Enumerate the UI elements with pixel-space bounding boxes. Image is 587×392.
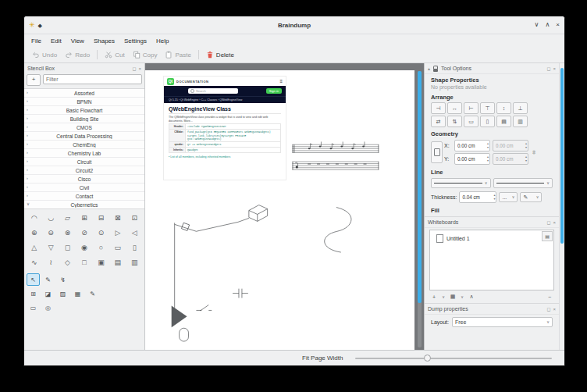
grid-tool[interactable]: ⊞ bbox=[27, 287, 40, 300]
stencil-shape[interactable]: ◇ bbox=[59, 255, 76, 269]
spinner-arrows[interactable]: ▴▾ bbox=[493, 192, 495, 202]
group-button[interactable]: ▭ bbox=[464, 116, 478, 127]
list-view-button[interactable]: ▤ bbox=[542, 231, 553, 241]
stencil-shape[interactable]: ▯ bbox=[126, 241, 143, 255]
panel-vertical-scrollbar[interactable] bbox=[559, 63, 564, 350]
board-icon-button[interactable]: ▦ bbox=[450, 294, 456, 300]
speaker-symbol[interactable] bbox=[172, 305, 187, 327]
zoom-slider-thumb[interactable] bbox=[424, 355, 431, 362]
align-left-button[interactable]: ⊣ bbox=[431, 102, 446, 114]
stencil-shape[interactable]: ∿ bbox=[26, 255, 42, 269]
align-center-h-button[interactable]: ↔ bbox=[447, 102, 462, 114]
stencil-shape[interactable]: ⊘ bbox=[76, 226, 92, 240]
menu-help[interactable]: Help bbox=[152, 37, 173, 45]
zoom-slider[interactable] bbox=[355, 358, 552, 359]
wire-to-box[interactable] bbox=[175, 218, 249, 231]
close-icon[interactable]: × bbox=[553, 220, 556, 225]
undo-button[interactable]: Undo bbox=[29, 49, 60, 60]
stencil-section-chemeng[interactable]: ›ChemEng bbox=[24, 141, 144, 149]
stencil-shape[interactable]: ⊞ bbox=[76, 211, 92, 225]
position-anchor-widget[interactable] bbox=[431, 141, 443, 163]
panel-scrollbar-thumb[interactable] bbox=[560, 68, 564, 244]
stencil-shape[interactable]: ▥ bbox=[126, 255, 143, 269]
layout-select[interactable]: Free ∨ bbox=[452, 317, 553, 327]
close-icon[interactable]: × bbox=[553, 66, 556, 71]
titlebar[interactable]: ✳ ◆ Braindump ∨ ∧ × bbox=[24, 16, 564, 34]
stencil-section-central-data-processing[interactable]: ›Central Data Processing bbox=[24, 132, 144, 141]
stencil-section-basic-flowchart[interactable]: ›Basic Flowchart bbox=[24, 106, 144, 115]
circuit-sketch-shape[interactable] bbox=[172, 218, 249, 341]
stencil-shape[interactable]: □ bbox=[76, 255, 92, 269]
stencil-section-cmos[interactable]: ›CMOS bbox=[24, 123, 144, 132]
stencil-box-header[interactable]: Stencil Box ◻ × bbox=[24, 63, 144, 73]
menu-file[interactable]: File bbox=[27, 37, 45, 45]
y-position-input[interactable]: ▴▾ bbox=[454, 153, 490, 165]
stencil-shape[interactable]: ≀ bbox=[42, 255, 59, 269]
align-bottom-button[interactable]: ⊥ bbox=[513, 102, 528, 114]
thickness-input[interactable]: ▴▾ bbox=[459, 191, 496, 203]
stencil-section-assorted[interactable]: ›Assorted bbox=[24, 89, 144, 98]
stencil-shape[interactable]: △ bbox=[26, 241, 42, 255]
stencil-shape[interactable]: ◻ bbox=[59, 241, 76, 255]
stencil-shape[interactable]: ⊕ bbox=[26, 226, 42, 240]
gradient-tool[interactable]: ▨ bbox=[56, 287, 69, 300]
align-top-button[interactable]: ⊤ bbox=[480, 102, 495, 114]
stencil-shape[interactable]: ▭ bbox=[109, 241, 126, 255]
pencil-tool[interactable]: ✎ bbox=[86, 287, 99, 300]
canvas-scrollbar-thumb[interactable] bbox=[418, 71, 422, 303]
stencil-section-cisco[interactable]: ›Cisco bbox=[24, 175, 144, 184]
zoom-tool[interactable]: ◎ bbox=[41, 301, 55, 314]
redo-button[interactable]: Redo bbox=[62, 49, 93, 60]
close-icon[interactable]: × bbox=[553, 307, 556, 312]
stencil-shape[interactable]: ◉ bbox=[76, 241, 92, 255]
canvas-vertical-scrollbar[interactable] bbox=[418, 71, 422, 347]
whiteboard-page[interactable]: Qt DOCUMENTATION ≡ Search Sign in Qt 5.1… bbox=[145, 70, 414, 350]
add-options-caret[interactable]: ∨ bbox=[440, 295, 446, 299]
stencil-section-circuit[interactable]: ›Circuit bbox=[24, 158, 144, 166]
eraser-tool[interactable]: ◪ bbox=[41, 287, 55, 300]
y-value[interactable] bbox=[455, 156, 489, 162]
stencil-shape[interactable]: ◁ bbox=[126, 226, 143, 240]
float-icon[interactable]: ◻ bbox=[133, 66, 137, 71]
spinner-arrows[interactable]: ▴▾ bbox=[487, 141, 489, 151]
menu-settings[interactable]: Settings bbox=[120, 37, 151, 45]
copy-button[interactable]: Copy bbox=[130, 49, 161, 60]
switch-symbol[interactable] bbox=[196, 305, 212, 310]
stencil-section-bpmn[interactable]: ›BPMN bbox=[24, 98, 144, 106]
stencil-section-building-site[interactable]: ›Building Site bbox=[24, 115, 144, 123]
line-end-style-select[interactable]: ∨ bbox=[493, 178, 553, 188]
pan-tool[interactable]: ▭ bbox=[27, 301, 40, 314]
stencil-shape[interactable]: ⊟ bbox=[93, 211, 109, 225]
dump-properties-header[interactable]: Dump properties ◻ × bbox=[425, 303, 559, 315]
remove-whiteboard-button[interactable]: − bbox=[546, 294, 553, 300]
line-cap-select[interactable]: ✎ ∨ bbox=[520, 192, 542, 202]
delete-button[interactable]: Delete bbox=[203, 49, 237, 60]
add-stencil-button[interactable]: + bbox=[27, 74, 41, 86]
stencil-shape[interactable]: ⊗ bbox=[59, 226, 76, 240]
stencil-shape[interactable]: ▤ bbox=[109, 255, 126, 269]
ungroup-button[interactable]: ▯ bbox=[480, 116, 495, 127]
freehand-tool[interactable]: ✎ bbox=[41, 273, 55, 286]
x-value[interactable] bbox=[455, 143, 489, 148]
stencil-shape[interactable]: ▱ bbox=[59, 211, 76, 225]
pattern-tool[interactable]: ▦ bbox=[71, 287, 84, 300]
filter-input[interactable] bbox=[43, 74, 142, 84]
path-tool[interactable]: ↯ bbox=[56, 273, 69, 286]
stencil-shape[interactable]: ○ bbox=[93, 241, 109, 255]
thickness-value[interactable] bbox=[460, 194, 496, 200]
close-button[interactable]: × bbox=[556, 22, 560, 28]
dock-up-icon[interactable]: ▴ bbox=[428, 66, 430, 71]
sine-curve-shape[interactable] bbox=[325, 208, 351, 253]
menu-edit[interactable]: Edit bbox=[47, 37, 66, 45]
stencil-shape[interactable]: ◠ bbox=[26, 211, 42, 225]
dash-pattern-select[interactable]: ... ∨ bbox=[499, 192, 518, 202]
board-options-caret[interactable]: ∨ bbox=[459, 295, 465, 299]
stencil-shape[interactable]: ⊡ bbox=[126, 211, 143, 225]
send-back-button[interactable]: ▥ bbox=[513, 116, 528, 127]
whiteboards-header[interactable]: Whiteboards ◻ × bbox=[425, 216, 559, 228]
select-tool[interactable]: ↖ bbox=[27, 273, 40, 286]
close-icon[interactable]: × bbox=[138, 66, 141, 71]
float-icon[interactable]: ◻ bbox=[547, 220, 551, 225]
menu-view[interactable]: View bbox=[67, 37, 88, 45]
pin-icon[interactable]: ◆ bbox=[38, 23, 42, 28]
